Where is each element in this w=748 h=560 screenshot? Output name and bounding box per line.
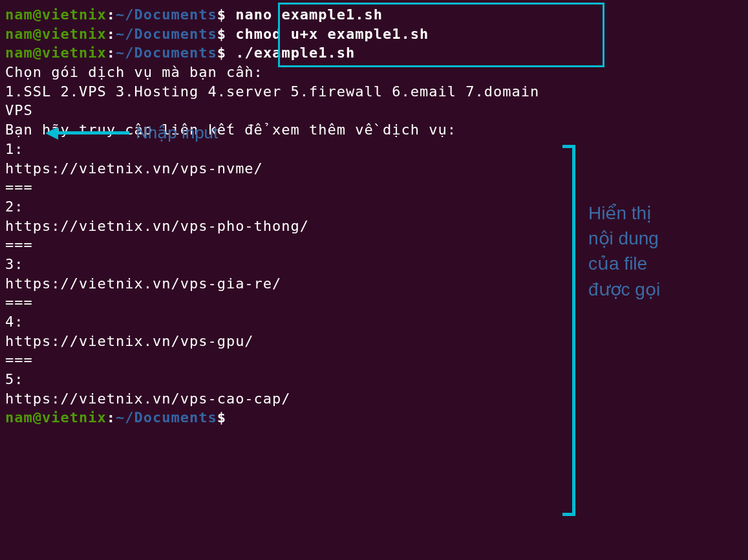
separator: ===	[5, 350, 743, 370]
output-bracket	[562, 145, 575, 516]
separator: ===	[5, 178, 743, 197]
user-host: nam@vietnix	[5, 45, 107, 61]
dollar: $	[217, 6, 226, 23]
script-options: 1.SSL 2.VPS 3.Hosting 4.server 5.firewal…	[5, 82, 743, 102]
script-prompt: Chọn gói dịch vụ mà bạn cần:	[5, 63, 743, 82]
command-3: ./example1.sh	[235, 45, 355, 61]
colon: :	[107, 6, 116, 23]
prompt-line-2: nam@vietnix:~/Documents$ chmod u+x examp…	[5, 25, 743, 44]
user-input: VPS	[5, 101, 743, 120]
dollar: $	[217, 409, 226, 425]
arrow-left-icon	[45, 127, 58, 140]
input-arrow-annotation: Nhập input	[45, 122, 218, 144]
colon: :	[107, 409, 116, 425]
prompt-line-1: nam@vietnix:~/Documents$ nano example1.s…	[5, 5, 743, 25]
item-url: https://vietnix.vn/vps-cao-cap/	[5, 389, 743, 409]
path: ~/Documents	[116, 26, 217, 42]
item-url: https://vietnix.vn/vps-nvme/	[5, 159, 743, 178]
item-number: 4:	[5, 312, 743, 332]
colon: :	[107, 26, 116, 42]
user-host: nam@vietnix	[5, 6, 107, 23]
bracket-label: Hiển thịnội dungcủa fileđược gọi	[588, 200, 660, 302]
arrow-line	[58, 131, 129, 135]
user-host: nam@vietnix	[5, 26, 107, 42]
path: ~/Documents	[116, 45, 217, 61]
input-label: Nhập input	[136, 122, 218, 144]
dollar: $	[217, 26, 226, 42]
prompt-line-3: nam@vietnix:~/Documents$ ./example1.sh	[5, 43, 743, 63]
prompt-line-4: nam@vietnix:~/Documents$	[5, 408, 743, 427]
command-1: nano example1.sh	[235, 6, 383, 23]
colon: :	[107, 45, 116, 61]
command-2: chmod u+x example1.sh	[235, 26, 429, 42]
path: ~/Documents	[116, 409, 217, 425]
path: ~/Documents	[116, 6, 217, 23]
item-url: https://vietnix.vn/vps-gpu/	[5, 332, 743, 351]
item-number: 5:	[5, 370, 743, 389]
user-host: nam@vietnix	[5, 409, 107, 425]
dollar: $	[217, 45, 226, 61]
